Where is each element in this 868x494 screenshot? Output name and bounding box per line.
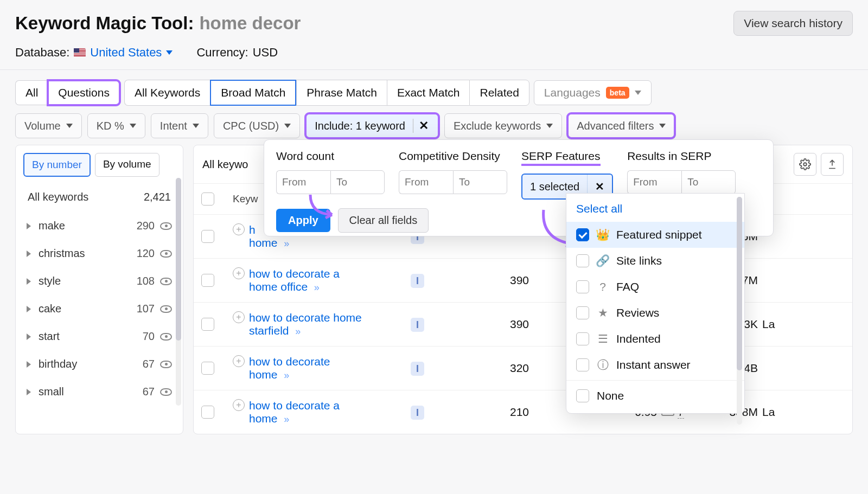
label: Intent: [160, 120, 187, 132]
sidebar-item[interactable]: christmas120: [23, 240, 175, 267]
clear-all-button[interactable]: Clear all fields: [338, 208, 429, 233]
filter-kd[interactable]: KD %: [87, 113, 145, 138]
filter-intent[interactable]: Intent: [151, 113, 208, 138]
sidebar-tab-by-number[interactable]: By number: [23, 153, 91, 177]
filter-volume[interactable]: Volume: [15, 113, 82, 138]
eye-icon[interactable]: [160, 278, 172, 285]
tab-all[interactable]: All: [15, 80, 48, 105]
keyword-cell[interactable]: + how to decorate ahome »: [233, 399, 406, 425]
word-count-from[interactable]: [276, 170, 330, 194]
sidebar-item[interactable]: style108: [23, 267, 175, 295]
results-serp-from[interactable]: [627, 170, 681, 194]
expand-icon[interactable]: +: [233, 311, 245, 323]
serp-feature-option[interactable]: 🔗Site links: [566, 248, 744, 274]
sidebar-item[interactable]: small67: [23, 378, 175, 406]
sidebar-item[interactable]: make290: [23, 212, 175, 240]
clear-include-icon[interactable]: ✕: [413, 119, 430, 133]
option-label: Reviews: [616, 306, 659, 319]
label: Exclude keywords: [454, 120, 541, 132]
double-chevron-icon: »: [284, 370, 288, 381]
settings-button[interactable]: [794, 153, 816, 176]
languages-label: Languages: [544, 86, 601, 99]
row-checkbox[interactable]: [201, 318, 214, 331]
keyword-text: how to decorate homestarfield »: [249, 311, 362, 337]
gear-icon: [799, 158, 811, 170]
expand-icon[interactable]: +: [233, 399, 245, 411]
sidebar-item[interactable]: cake107: [23, 295, 175, 323]
scrollbar[interactable]: [737, 197, 742, 425]
table-row: + how to decoratehome » I 320 0.95 6 1.4…: [194, 346, 852, 390]
row-checkbox[interactable]: [201, 362, 214, 375]
tab-questions[interactable]: Questions: [48, 80, 120, 105]
checkbox[interactable]: [576, 254, 589, 267]
tab-phrase-match[interactable]: Phrase Match: [296, 80, 387, 106]
checkbox[interactable]: [576, 306, 589, 319]
checkbox[interactable]: [576, 228, 589, 241]
scrollbar[interactable]: [176, 178, 181, 406]
currency-label: Currency:: [196, 46, 248, 60]
sidebar-all-count: 2,421: [144, 191, 171, 203]
sidebar-all-keywords[interactable]: All keywords: [28, 191, 88, 203]
select-all-option[interactable]: Select all: [566, 194, 744, 222]
keyword-cell[interactable]: + how to decorate homestarfield »: [233, 311, 406, 337]
tab-exact-match[interactable]: Exact Match: [387, 80, 470, 106]
serp-feature-option[interactable]: ★Reviews: [566, 300, 744, 326]
chevron-right-icon: [27, 361, 31, 368]
serp-feature-option[interactable]: ?FAQ: [566, 274, 744, 300]
sidebar-item-label: cake: [39, 303, 61, 315]
table-row: + how to decorate ahome » I 210 0.95 7 3…: [194, 390, 852, 434]
checkbox[interactable]: [576, 332, 589, 345]
checkbox[interactable]: [576, 358, 589, 371]
serp-feature-option[interactable]: ☰Indented: [566, 326, 744, 352]
view-search-history-button[interactable]: View search history: [733, 11, 853, 36]
word-count-to[interactable]: [330, 170, 385, 194]
database-value: United States: [90, 46, 162, 60]
eye-icon[interactable]: [160, 333, 172, 341]
eye-icon[interactable]: [160, 361, 172, 368]
expand-icon[interactable]: +: [233, 223, 245, 235]
sidebar-tab-by-volume[interactable]: By volume: [95, 153, 159, 177]
sidebar-item[interactable]: start70: [23, 323, 175, 350]
currency-display: Currency: USD: [196, 46, 278, 60]
keyword-cell[interactable]: + how to decorate ahome office »: [233, 267, 406, 293]
comp-density-from[interactable]: [399, 170, 453, 194]
title-prefix: Keyword Magic Tool:: [15, 13, 194, 34]
serp-feature-none[interactable]: None: [566, 383, 744, 409]
filter-advanced[interactable]: Advanced filters: [567, 113, 675, 138]
select-all-checkbox[interactable]: [201, 193, 214, 206]
comp-density-to[interactable]: [453, 170, 507, 194]
tab-related[interactable]: Related: [469, 80, 529, 106]
double-chevron-icon: »: [314, 282, 318, 293]
tab-all-keywords[interactable]: All Keywords: [124, 80, 210, 106]
row-checkbox[interactable]: [201, 406, 214, 419]
row-checkbox[interactable]: [201, 230, 214, 243]
expand-icon[interactable]: +: [233, 355, 245, 367]
query-type-group: All Questions: [15, 80, 120, 105]
sidebar-item-count: 120: [137, 247, 155, 260]
sidebar-item-count: 290: [137, 220, 155, 232]
keyword-cell[interactable]: + how to decoratehome »: [233, 355, 406, 381]
database-selector[interactable]: Database: United States: [15, 46, 173, 60]
sidebar-item[interactable]: birthday67: [23, 350, 175, 378]
chevron-right-icon: [27, 223, 31, 229]
eye-icon[interactable]: [160, 305, 172, 313]
row-checkbox[interactable]: [201, 274, 214, 287]
results-serp-to[interactable]: [681, 170, 736, 194]
filter-include-keywords[interactable]: Include: 1 keyword ✕: [305, 113, 439, 138]
checkbox[interactable]: [576, 280, 589, 293]
serp-feature-option[interactable]: ⓘInstant answer: [566, 352, 744, 378]
serp-feature-option[interactable]: 👑Featured snippet: [566, 222, 744, 248]
checkbox[interactable]: [576, 389, 589, 402]
chevron-down-icon: [635, 91, 641, 95]
export-button[interactable]: [821, 153, 844, 176]
tab-broad-match[interactable]: Broad Match: [210, 80, 296, 106]
eye-icon[interactable]: [160, 250, 172, 258]
chevron-down-icon: [166, 50, 173, 55]
eye-icon[interactable]: [160, 388, 172, 396]
languages-dropdown[interactable]: Languages beta: [534, 80, 652, 105]
eye-icon[interactable]: [160, 222, 172, 230]
filter-exclude-keywords[interactable]: Exclude keywords: [444, 113, 562, 138]
sidebar-item-label: style: [39, 275, 61, 287]
expand-icon[interactable]: +: [233, 267, 245, 279]
filter-cpc[interactable]: CPC (USD): [214, 113, 300, 138]
